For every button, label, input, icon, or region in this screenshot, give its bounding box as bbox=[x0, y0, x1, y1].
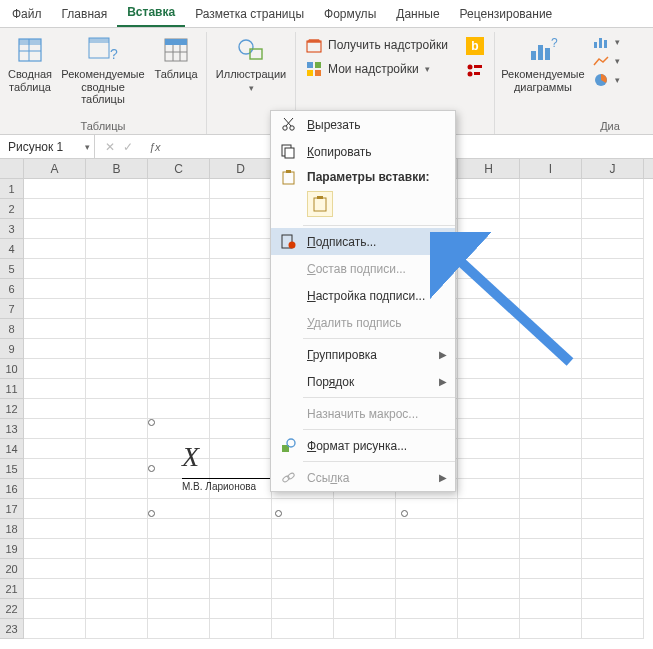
tab-layout[interactable]: Разметка страницы bbox=[185, 2, 314, 27]
row-header[interactable]: 12 bbox=[0, 399, 24, 419]
my-addins-button[interactable]: Мои надстройки ▾ bbox=[302, 60, 452, 78]
cell[interactable] bbox=[520, 519, 582, 539]
cell[interactable] bbox=[86, 319, 148, 339]
cell[interactable] bbox=[210, 219, 272, 239]
cell[interactable] bbox=[458, 379, 520, 399]
cell[interactable] bbox=[148, 319, 210, 339]
cell[interactable] bbox=[458, 519, 520, 539]
cell[interactable] bbox=[86, 459, 148, 479]
column-header[interactable]: A bbox=[24, 159, 86, 178]
cell[interactable] bbox=[24, 259, 86, 279]
cell[interactable] bbox=[24, 279, 86, 299]
cell[interactable] bbox=[272, 519, 334, 539]
cell[interactable] bbox=[86, 379, 148, 399]
cell[interactable] bbox=[86, 419, 148, 439]
ctx-sign-setup[interactable]: Настройка подписи... bbox=[271, 282, 455, 309]
cell[interactable] bbox=[24, 459, 86, 479]
cell[interactable] bbox=[272, 599, 334, 619]
recommended-charts-button[interactable]: ? Рекомендуемые диаграммы bbox=[501, 32, 585, 93]
column-header[interactable]: J bbox=[582, 159, 644, 178]
cell[interactable] bbox=[520, 539, 582, 559]
row-header[interactable]: 23 bbox=[0, 619, 24, 639]
cell[interactable] bbox=[86, 479, 148, 499]
cell[interactable] bbox=[148, 559, 210, 579]
cell[interactable] bbox=[458, 579, 520, 599]
cell[interactable] bbox=[210, 379, 272, 399]
cell[interactable] bbox=[210, 179, 272, 199]
people-graph-button[interactable] bbox=[462, 62, 488, 80]
cell[interactable] bbox=[210, 259, 272, 279]
cell[interactable] bbox=[582, 559, 644, 579]
ctx-sign[interactable]: Подписать... bbox=[271, 228, 455, 255]
cell[interactable] bbox=[582, 419, 644, 439]
ctx-copy[interactable]: Копировать bbox=[271, 138, 455, 165]
column-header[interactable]: D bbox=[210, 159, 272, 178]
cell[interactable] bbox=[86, 619, 148, 639]
cell[interactable] bbox=[86, 579, 148, 599]
cell[interactable] bbox=[86, 219, 148, 239]
pivot-table-button[interactable]: Сводная таблица bbox=[6, 32, 54, 93]
cell[interactable] bbox=[24, 319, 86, 339]
cell[interactable] bbox=[24, 419, 86, 439]
cell[interactable] bbox=[210, 539, 272, 559]
cell[interactable] bbox=[458, 439, 520, 459]
cell[interactable] bbox=[520, 399, 582, 419]
cell[interactable] bbox=[520, 619, 582, 639]
cell[interactable] bbox=[582, 519, 644, 539]
tab-formulas[interactable]: Формулы bbox=[314, 2, 386, 27]
cell[interactable] bbox=[86, 359, 148, 379]
cell[interactable] bbox=[582, 539, 644, 559]
cell[interactable] bbox=[210, 239, 272, 259]
cell[interactable] bbox=[334, 599, 396, 619]
column-header[interactable]: I bbox=[520, 159, 582, 178]
cell[interactable] bbox=[148, 199, 210, 219]
tab-file[interactable]: Файл bbox=[2, 2, 52, 27]
cell[interactable] bbox=[148, 539, 210, 559]
tab-home[interactable]: Главная bbox=[52, 2, 118, 27]
row-header[interactable]: 8 bbox=[0, 319, 24, 339]
cell[interactable] bbox=[520, 439, 582, 459]
cell[interactable] bbox=[582, 279, 644, 299]
cell[interactable] bbox=[210, 559, 272, 579]
cell[interactable] bbox=[86, 439, 148, 459]
tab-insert[interactable]: Вставка bbox=[117, 0, 185, 27]
cell[interactable] bbox=[24, 439, 86, 459]
row-header[interactable]: 4 bbox=[0, 239, 24, 259]
row-header[interactable]: 18 bbox=[0, 519, 24, 539]
cell[interactable] bbox=[210, 519, 272, 539]
cell[interactable] bbox=[86, 519, 148, 539]
row-header[interactable]: 20 bbox=[0, 559, 24, 579]
row-header[interactable]: 5 bbox=[0, 259, 24, 279]
cell[interactable] bbox=[458, 499, 520, 519]
cell[interactable] bbox=[334, 539, 396, 559]
cell[interactable] bbox=[458, 199, 520, 219]
cell[interactable] bbox=[458, 399, 520, 419]
cell[interactable] bbox=[24, 479, 86, 499]
cell[interactable] bbox=[396, 519, 458, 539]
cell[interactable] bbox=[24, 219, 86, 239]
chart-type-pie[interactable]: ▾ bbox=[589, 71, 624, 89]
cell[interactable] bbox=[86, 539, 148, 559]
cell[interactable] bbox=[334, 559, 396, 579]
cell[interactable] bbox=[396, 579, 458, 599]
column-header[interactable]: H bbox=[458, 159, 520, 178]
cell[interactable] bbox=[582, 579, 644, 599]
row-header[interactable]: 22 bbox=[0, 599, 24, 619]
cell[interactable] bbox=[86, 259, 148, 279]
cell[interactable] bbox=[582, 339, 644, 359]
cell[interactable] bbox=[148, 299, 210, 319]
cell[interactable] bbox=[24, 299, 86, 319]
cell[interactable] bbox=[582, 439, 644, 459]
cell[interactable] bbox=[86, 239, 148, 259]
cell[interactable] bbox=[272, 619, 334, 639]
cell[interactable] bbox=[148, 239, 210, 259]
cell[interactable] bbox=[272, 539, 334, 559]
row-header[interactable]: 13 bbox=[0, 419, 24, 439]
cell[interactable] bbox=[148, 359, 210, 379]
ctx-order[interactable]: Порядок ▶ bbox=[271, 368, 455, 395]
column-header[interactable]: C bbox=[148, 159, 210, 178]
row-header[interactable]: 2 bbox=[0, 199, 24, 219]
fx-label[interactable]: ƒx bbox=[141, 141, 161, 153]
cell[interactable] bbox=[272, 579, 334, 599]
get-addins-button[interactable]: Получить надстройки bbox=[302, 36, 452, 54]
